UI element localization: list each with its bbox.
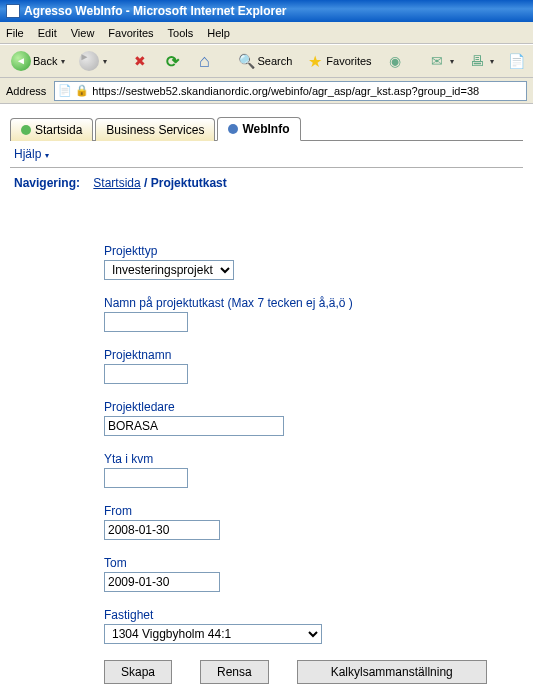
tab-label: WebInfo — [242, 122, 289, 136]
rensa-button[interactable]: Rensa — [200, 660, 269, 684]
favorites-button[interactable]: Favorites — [301, 49, 376, 73]
breadcrumb: Navigering: Startsida / Projektutkast — [10, 172, 523, 204]
lock-icon: 🔒 — [75, 84, 89, 97]
field-projektnamn: Projektnamn — [104, 348, 523, 384]
tab-webinfo[interactable]: WebInfo — [217, 117, 300, 141]
divider — [10, 167, 523, 168]
print-icon: 🖶 — [468, 52, 486, 70]
page-icon: 📄 — [58, 84, 72, 97]
edit-button[interactable]: 📄 — [503, 49, 531, 73]
menu-help[interactable]: Help — [207, 27, 230, 39]
address-input[interactable]: 📄 🔒 https://sestweb52.skandianordic.org/… — [54, 81, 527, 101]
mail-button[interactable]: ✉▾ — [423, 49, 459, 73]
back-label: Back — [33, 55, 57, 67]
breadcrumb-sep: / — [144, 176, 151, 190]
tom-label: Tom — [104, 556, 523, 570]
tab-business-services[interactable]: Business Services — [95, 118, 215, 141]
field-yta: Yta i kvm — [104, 452, 523, 488]
stop-button[interactable] — [126, 49, 154, 73]
window-title: Agresso WebInfo - Microsoft Internet Exp… — [24, 4, 286, 18]
window-titlebar: Agresso WebInfo - Microsoft Internet Exp… — [0, 0, 533, 22]
breadcrumb-link-startsida[interactable]: Startsida — [93, 176, 140, 190]
favorites-label: Favorites — [326, 55, 371, 67]
back-icon — [11, 51, 31, 71]
projektnamn-label: Projektnamn — [104, 348, 523, 362]
tab-label: Business Services — [106, 123, 204, 137]
address-label: Address — [6, 85, 46, 97]
media-icon: ◉ — [386, 52, 404, 70]
projekttyp-label: Projekttyp — [104, 244, 523, 258]
fastighet-label: Fastighet — [104, 608, 523, 622]
breadcrumb-leaf: Projektutkast — [151, 176, 227, 190]
menu-file[interactable]: File — [6, 27, 24, 39]
chevron-down-icon: ▾ — [103, 57, 107, 66]
stop-icon — [131, 52, 149, 70]
menu-favorites[interactable]: Favorites — [108, 27, 153, 39]
forward-icon — [79, 51, 99, 71]
button-row: Skapa Rensa Kalkylsammanställning — [104, 660, 523, 684]
projektnamn-input[interactable] — [104, 364, 188, 384]
form: Projekttyp Investeringsprojekt Namn på p… — [10, 204, 523, 684]
toolbar: Back ▾ ▾ Search Favorites ◉ ✉▾ 🖶▾ 📄 — [0, 44, 533, 78]
field-namn: Namn på projektutkast (Max 7 tecken ej å… — [104, 296, 523, 332]
addressbar: Address 📄 🔒 https://sestweb52.skandianor… — [0, 78, 533, 104]
print-button[interactable]: 🖶▾ — [463, 49, 499, 73]
star-icon — [306, 52, 324, 70]
forward-button[interactable]: ▾ — [74, 48, 112, 74]
fastighet-select[interactable]: 1304 Viggbyholm 44:1 — [104, 624, 322, 644]
field-fastighet: Fastighet 1304 Viggbyholm 44:1 — [104, 608, 523, 644]
tab-icon — [228, 124, 238, 134]
menubar: File Edit View Favorites Tools Help — [0, 22, 533, 44]
ie-app-icon — [6, 4, 20, 18]
kalkyl-button[interactable]: Kalkylsammanställning — [297, 660, 487, 684]
help-label: Hjälp — [14, 147, 41, 161]
search-label: Search — [257, 55, 292, 67]
home-button[interactable] — [190, 49, 218, 73]
namn-input[interactable] — [104, 312, 188, 332]
yta-label: Yta i kvm — [104, 452, 523, 466]
subbar: Hjälp ▾ — [10, 141, 523, 167]
field-projekttyp: Projekttyp Investeringsprojekt — [104, 244, 523, 280]
from-input[interactable] — [104, 520, 220, 540]
address-url: https://sestweb52.skandianordic.org/webi… — [92, 85, 479, 97]
from-label: From — [104, 504, 523, 518]
tab-label: Startsida — [35, 123, 82, 137]
projektledare-label: Projektledare — [104, 400, 523, 414]
media-button[interactable]: ◉ — [381, 49, 409, 73]
namn-label: Namn på projektutkast (Max 7 tecken ej å… — [104, 296, 523, 310]
field-from: From — [104, 504, 523, 540]
chevron-down-icon: ▾ — [490, 57, 494, 66]
back-button[interactable]: Back ▾ — [6, 48, 70, 74]
refresh-button[interactable] — [158, 49, 186, 73]
chevron-down-icon: ▾ — [450, 57, 454, 66]
refresh-icon — [163, 52, 181, 70]
tab-startsida[interactable]: Startsida — [10, 118, 93, 141]
skapa-button[interactable]: Skapa — [104, 660, 172, 684]
help-menu[interactable]: Hjälp ▾ — [14, 147, 49, 161]
projekttyp-select[interactable]: Investeringsprojekt — [104, 260, 234, 280]
tom-input[interactable] — [104, 572, 220, 592]
menu-edit[interactable]: Edit — [38, 27, 57, 39]
page-content: Startsida Business Services WebInfo Hjäl… — [0, 104, 533, 684]
search-button[interactable]: Search — [232, 49, 297, 73]
field-tom: Tom — [104, 556, 523, 592]
tabbar: Startsida Business Services WebInfo — [10, 116, 523, 141]
home-icon — [195, 52, 213, 70]
edit-icon: 📄 — [508, 52, 526, 70]
menu-view[interactable]: View — [71, 27, 95, 39]
tab-icon — [21, 125, 31, 135]
mail-icon: ✉ — [428, 52, 446, 70]
yta-input[interactable] — [104, 468, 188, 488]
chevron-down-icon: ▾ — [45, 151, 49, 160]
breadcrumb-label: Navigering: — [14, 176, 80, 190]
search-icon — [237, 52, 255, 70]
field-projektledare: Projektledare — [104, 400, 523, 436]
chevron-down-icon: ▾ — [61, 57, 65, 66]
menu-tools[interactable]: Tools — [168, 27, 194, 39]
projektledare-input[interactable] — [104, 416, 284, 436]
